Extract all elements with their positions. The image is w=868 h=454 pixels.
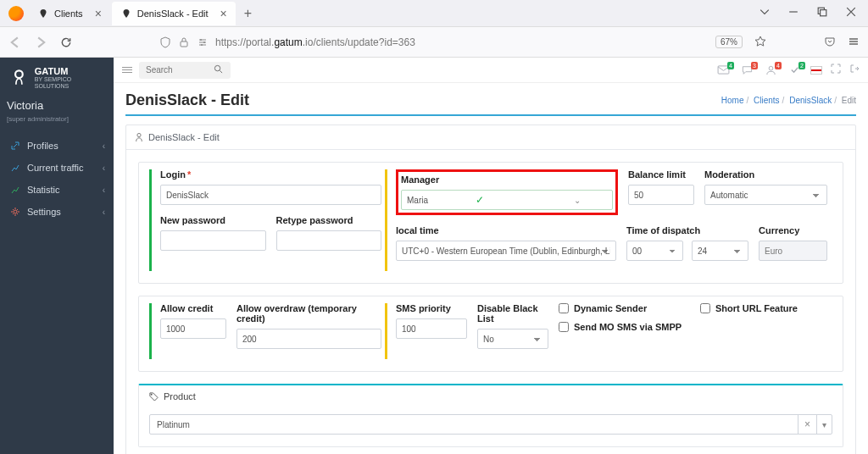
edit-card: DenisSlack - Edit Login* — [125, 125, 856, 454]
search-box[interactable] — [139, 62, 231, 79]
search-icon[interactable] — [214, 64, 223, 75]
stats-icon — [10, 185, 20, 195]
url-bar[interactable]: https://portal.gatum.io/clients/update?i… — [159, 36, 654, 48]
minimize-icon[interactable] — [788, 7, 798, 19]
bookmark-icon[interactable] — [754, 36, 766, 49]
close-icon[interactable]: × — [95, 7, 102, 20]
crumb-client[interactable]: DenisSlack — [789, 96, 832, 105]
tab-favicon — [120, 8, 132, 19]
tag-icon — [149, 392, 159, 401]
remove-icon[interactable]: × — [798, 415, 816, 434]
notif-user[interactable]: 4 — [763, 64, 778, 76]
close-window-icon[interactable] — [846, 7, 856, 19]
product-token[interactable]: Platinum × ▾ — [149, 414, 832, 435]
smsprio-label: SMS priority — [396, 303, 467, 313]
brand: GATUM BY SEMPICO SOLUTIONS — [0, 58, 114, 94]
traffic-icon — [10, 163, 20, 173]
expand-icon[interactable] — [831, 64, 841, 76]
logout-icon[interactable] — [849, 64, 860, 76]
dynamic-sender-label: Dynamic Sender — [574, 303, 647, 313]
notif-chat[interactable]: 3 — [739, 64, 754, 76]
forward-icon[interactable] — [34, 36, 47, 49]
zoom-badge[interactable]: 67% — [715, 36, 743, 48]
lock-icon — [178, 36, 190, 48]
tab-edit[interactable]: DenisSlack - Edit × — [112, 2, 236, 25]
moderation-label: Moderation — [704, 169, 827, 180]
search-input[interactable] — [146, 65, 214, 75]
page-content: DenisSlack - Edit Home/ Clients/ DenisSl… — [114, 83, 868, 454]
brand-logo-icon — [10, 69, 28, 87]
menu-icon[interactable] — [848, 36, 860, 49]
breadcrumb: Home/ Clients/ DenisSlack/ Edit — [721, 96, 856, 105]
tab-label: Clients — [54, 8, 83, 19]
localtime-select[interactable]: UTC+0 - Western European Time (Dublin, E… — [396, 241, 616, 261]
moderation-select[interactable]: Automatic — [704, 185, 827, 205]
shorturl-check[interactable] — [700, 303, 710, 313]
sidebar-item-label: Settings — [27, 207, 61, 217]
svg-point-6 — [15, 70, 23, 78]
currency-select[interactable]: Euro — [759, 241, 827, 261]
repw-input[interactable] — [276, 230, 382, 251]
shield-icon — [159, 36, 171, 48]
sidebar-item-settings[interactable]: Settings ‹ — [0, 201, 114, 223]
currency-label: Currency — [759, 225, 827, 235]
newpw-input[interactable] — [160, 230, 266, 251]
chevron-down-icon[interactable] — [760, 7, 770, 19]
permissions-icon[interactable] — [197, 36, 209, 48]
svg-rect-1 — [821, 10, 826, 16]
svg-point-3 — [200, 39, 202, 41]
login-input[interactable] — [160, 185, 381, 205]
overdraw-label: Allow overdraw (temporary credit) — [236, 303, 381, 324]
dbl-label: Disable Black List — [477, 303, 548, 324]
send-mo-check[interactable] — [559, 322, 569, 332]
notif-envelope[interactable]: 4 — [715, 64, 731, 76]
crumb-home[interactable]: Home — [721, 96, 744, 105]
link-icon — [10, 141, 20, 151]
check-icon: ✓ — [470, 194, 539, 206]
notif-check[interactable]: 2 — [787, 64, 802, 76]
close-icon[interactable]: × — [220, 7, 227, 20]
crumb-clients[interactable]: Clients — [754, 96, 780, 105]
sidebar-item-traffic[interactable]: Current traffic ‹ — [0, 157, 114, 179]
sidebar-item-statistic[interactable]: Statistic ‹ — [0, 179, 114, 201]
chevron-down-icon: ⌄ — [543, 196, 612, 205]
reload-icon[interactable] — [59, 36, 73, 49]
dispatch-from[interactable]: 00 — [626, 241, 683, 261]
locale-flag[interactable] — [810, 66, 822, 75]
dynamic-sender-check[interactable] — [559, 303, 569, 313]
new-tab-button[interactable]: + — [244, 6, 252, 21]
newpw-label: New password — [160, 215, 266, 225]
chevron-left-icon: ‹ — [103, 141, 105, 151]
dbl-select[interactable]: No — [477, 329, 548, 349]
url-text: https://portal.gatum.io/clients/update?i… — [215, 36, 415, 48]
tab-clients[interactable]: Clients × — [29, 2, 110, 25]
hamburger-icon[interactable] — [122, 67, 132, 73]
credit-input[interactable] — [160, 318, 226, 339]
back-icon[interactable] — [8, 36, 22, 49]
login-label: Login — [160, 169, 186, 180]
manager-select[interactable]: Maria ✓ ⌄ — [401, 190, 613, 210]
user-name: Victoria — [0, 94, 114, 115]
repw-label: Retype password — [276, 215, 382, 225]
pocket-icon[interactable] — [824, 36, 836, 49]
maximize-icon[interactable] — [817, 7, 827, 19]
chevron-left-icon: ‹ — [103, 208, 105, 217]
topbar: 4 3 4 2 — [114, 58, 868, 83]
balance-input[interactable] — [628, 185, 694, 205]
tab-favicon — [37, 8, 49, 19]
product-head: Product — [164, 391, 196, 401]
smsprio-input[interactable] — [396, 318, 467, 339]
limits-card: Allow credit Allow overdraw (temporary c… — [138, 296, 843, 372]
user-role: [super administrator] — [0, 115, 114, 135]
dispatch-to[interactable]: 24 — [692, 241, 748, 261]
svg-point-12 — [151, 393, 153, 395]
account-card: Login* New password Retype password — [138, 162, 843, 284]
overdraw-input[interactable] — [236, 329, 381, 349]
balance-label: Balance limit — [628, 169, 694, 180]
tab-label: DenisSlack - Edit — [137, 8, 209, 19]
sidebar-item-profiles[interactable]: Profiles ‹ — [0, 135, 114, 157]
svg-point-7 — [14, 210, 17, 213]
browser-addressbar: https://portal.gatum.io/clients/update?i… — [0, 27, 868, 58]
chevron-down-icon[interactable]: ▾ — [816, 415, 832, 434]
manager-label: Manager — [401, 174, 613, 185]
